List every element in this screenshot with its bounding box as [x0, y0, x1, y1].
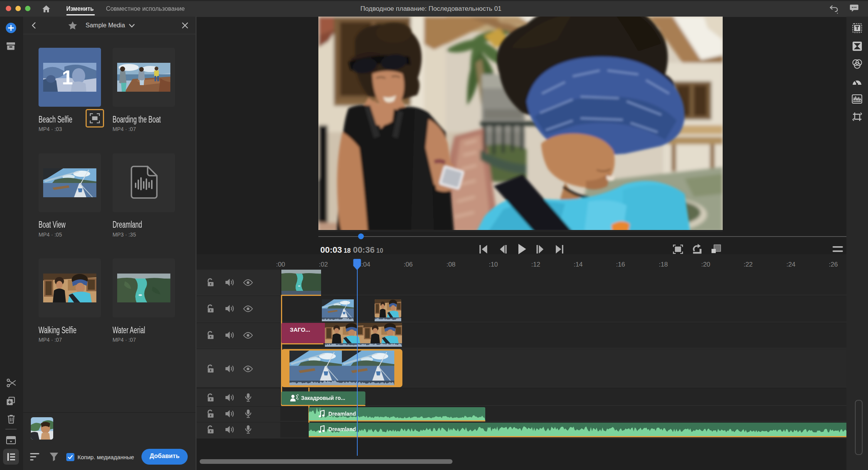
svg-text:1: 1: [62, 66, 73, 89]
